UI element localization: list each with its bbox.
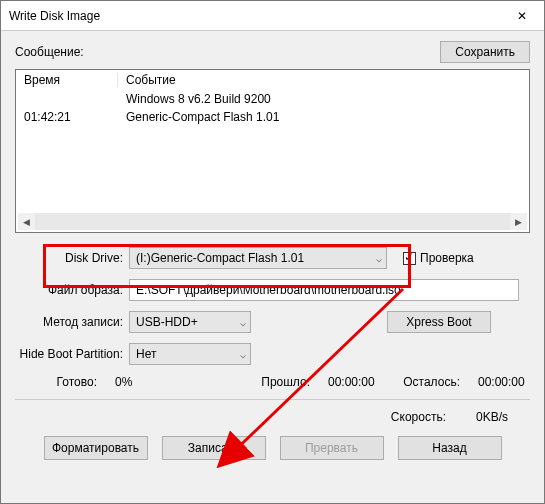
log-body: Windows 8 v6.2 Build 9200 01:42:21 Gener…: [16, 90, 529, 126]
write-method-value: USB-HDD+: [136, 315, 198, 329]
ready-value: 0%: [97, 375, 139, 389]
image-file-input[interactable]: E:\SOFT\драйвери\Motherboard\motherboard…: [129, 279, 519, 301]
disk-drive-value: (I:)Generic-Compact Flash 1.01: [136, 251, 304, 265]
close-icon: ✕: [517, 9, 527, 23]
write-button[interactable]: Записать: [162, 436, 266, 460]
image-file-row: Файл образа: E:\SOFT\драйвери\Motherboar…: [15, 279, 530, 301]
hide-boot-label: Hide Boot Partition:: [15, 347, 129, 361]
chevron-down-icon: ⌵: [240, 349, 246, 360]
message-label: Сообщение:: [15, 45, 84, 59]
log-row: Windows 8 v6.2 Build 9200: [16, 90, 529, 108]
xpress-boot-button[interactable]: Xpress Boot: [387, 311, 491, 333]
horizontal-scrollbar[interactable]: ◀ ▶: [18, 213, 527, 230]
speed-label: Скорость:: [391, 410, 446, 424]
verify-checkbox[interactable]: [403, 252, 416, 265]
chevron-down-icon: ⌵: [376, 253, 382, 264]
speed-row: Скорость: 0KB/s: [15, 410, 530, 424]
log-cell-event: Generic-Compact Flash 1.01: [118, 110, 279, 124]
disk-drive-row: Disk Drive: (I:)Generic-Compact Flash 1.…: [15, 247, 530, 269]
progress-row: Готово: 0% Прошло: 00:00:00 Осталось: 00…: [15, 375, 530, 389]
verify-checkbox-label: Проверка: [420, 251, 474, 265]
divider: [15, 399, 530, 400]
close-button[interactable]: ✕: [500, 1, 544, 31]
log-panel: Время Событие Windows 8 v6.2 Build 9200 …: [15, 69, 530, 233]
write-method-select[interactable]: USB-HDD+ ⌵: [129, 311, 251, 333]
scroll-left-icon[interactable]: ◀: [18, 213, 35, 230]
content-area: Сообщение: Сохранить Время Событие Windo…: [1, 31, 544, 470]
elapsed-value: 00:00:00: [310, 375, 390, 389]
hide-boot-select[interactable]: Нет ⌵: [129, 343, 251, 365]
disk-drive-select[interactable]: (I:)Generic-Compact Flash 1.01 ⌵: [129, 247, 387, 269]
log-header-time: Время: [16, 73, 118, 87]
back-button[interactable]: Назад: [398, 436, 502, 460]
titlebar: Write Disk Image ✕: [1, 1, 544, 31]
window-title: Write Disk Image: [9, 9, 100, 23]
format-button[interactable]: Форматировать: [44, 436, 148, 460]
chevron-down-icon: ⌵: [240, 317, 246, 328]
scroll-right-icon[interactable]: ▶: [510, 213, 527, 230]
scroll-track[interactable]: [35, 213, 510, 230]
ready-label: Готово:: [15, 375, 97, 389]
save-button[interactable]: Сохранить: [440, 41, 530, 63]
image-file-label: Файл образа:: [15, 283, 129, 297]
verify-checkbox-wrap[interactable]: Проверка: [403, 251, 474, 265]
write-method-row: Метод записи: USB-HDD+ ⌵ Xpress Boot: [15, 311, 530, 333]
window-frame: Write Disk Image ✕ Сообщение: Сохранить …: [0, 0, 545, 504]
hide-boot-row: Hide Boot Partition: Нет ⌵: [15, 343, 530, 365]
log-cell-event: Windows 8 v6.2 Build 9200: [118, 92, 271, 106]
button-row: Форматировать Записать Прервать Назад: [15, 436, 530, 470]
remain-label: Осталось:: [390, 375, 460, 389]
log-row: 01:42:21 Generic-Compact Flash 1.01: [16, 108, 529, 126]
hide-boot-value: Нет: [136, 347, 156, 361]
remain-value: 00:00:00: [460, 375, 530, 389]
abort-button: Прервать: [280, 436, 384, 460]
form-area: Disk Drive: (I:)Generic-Compact Flash 1.…: [15, 247, 530, 389]
disk-drive-label: Disk Drive:: [15, 251, 129, 265]
log-header: Время Событие: [16, 70, 529, 90]
image-file-value: E:\SOFT\драйвери\Motherboard\motherboard…: [136, 283, 401, 297]
write-method-label: Метод записи:: [15, 315, 129, 329]
speed-value: 0KB/s: [476, 410, 508, 424]
message-row: Сообщение: Сохранить: [15, 41, 530, 63]
log-header-event: Событие: [118, 73, 176, 87]
log-cell-time: 01:42:21: [16, 110, 118, 124]
elapsed-label: Прошло:: [250, 375, 310, 389]
